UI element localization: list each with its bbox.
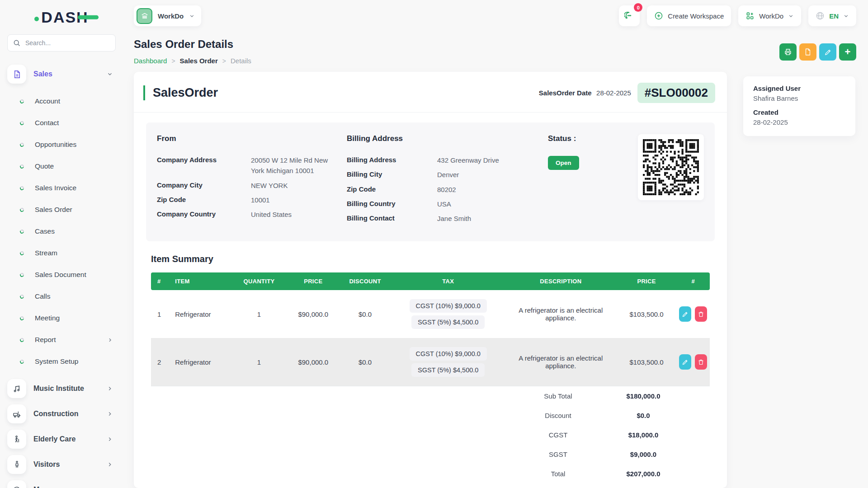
edit-item-button[interactable] xyxy=(679,354,691,370)
chat-bubble-icon xyxy=(624,11,634,21)
total-value: $18,000.0 xyxy=(613,431,673,439)
sidebar-item-music-institute[interactable]: Music Institute xyxy=(7,377,116,400)
edit-order-button[interactable] xyxy=(819,43,836,61)
cell-actions xyxy=(676,290,710,338)
created-label: Created xyxy=(753,108,845,116)
billing-heading: Billing Address xyxy=(347,134,548,143)
column-header: PRICE xyxy=(288,272,339,290)
sidebar-item-system-setup[interactable]: System Setup xyxy=(7,351,116,372)
messages-count-badge: 0 xyxy=(634,3,642,12)
qr-code xyxy=(643,139,699,195)
chevron-right-icon xyxy=(107,337,113,343)
sidebar-item-sales-order[interactable]: Sales Order xyxy=(7,199,116,221)
info-row: Zip Code10001 xyxy=(157,195,347,205)
workspace-chip-label: WorkDo xyxy=(158,12,184,20)
create-workspace-label: Create Workspace xyxy=(668,12,724,20)
delete-item-button[interactable] xyxy=(695,354,707,370)
search-input[interactable] xyxy=(24,39,110,47)
sidebar-item-opportunities[interactable]: Opportunities xyxy=(7,134,116,155)
globe-icon xyxy=(816,11,825,20)
cell-index: 1 xyxy=(151,290,171,338)
info-row: Billing CountryUSA xyxy=(347,199,548,209)
item-summary-heading: Item Summary xyxy=(151,254,710,264)
sidebar-item-label: Contact xyxy=(35,119,116,127)
pencil-icon xyxy=(824,48,832,56)
status-badge: Open xyxy=(548,156,579,170)
delete-item-button[interactable] xyxy=(695,306,707,322)
sidebar-item-label: Visitors xyxy=(33,460,107,469)
sidebar-item-meeting[interactable]: Meeting xyxy=(7,307,116,329)
document-button[interactable] xyxy=(799,43,816,61)
bullet-icon xyxy=(19,359,25,364)
from-heading: From xyxy=(157,134,347,143)
info-label: Company City xyxy=(157,180,251,191)
assigned-user-name: Shafira Barnes xyxy=(753,94,845,102)
cell-total-price: $103,500.0 xyxy=(617,290,677,338)
sidebar-item-report[interactable]: Report xyxy=(7,329,116,351)
app-logo[interactable]: DASH xyxy=(7,6,116,28)
breadcrumb-dashboard-link[interactable]: Dashboard xyxy=(134,57,167,65)
info-row: Zip Code80202 xyxy=(347,184,548,195)
cell-index: 2 xyxy=(151,338,171,386)
chevron-down-icon xyxy=(189,13,195,19)
sidebar-item-sales[interactable]: Sales xyxy=(7,62,116,86)
page-header: Sales Order Details Dashboard > Sales Or… xyxy=(134,38,856,65)
column-header: TAX xyxy=(391,272,505,290)
sidebar-item-stream[interactable]: Stream xyxy=(7,242,116,264)
sidebar-item-sales-document[interactable]: Sales Document xyxy=(7,264,116,286)
chevron-right-icon xyxy=(107,461,113,468)
breadcrumb-separator: > xyxy=(222,57,226,65)
sidebar-item-label: Sales Order xyxy=(35,206,116,214)
print-button[interactable] xyxy=(779,43,797,61)
order-title: SalesOrder xyxy=(143,85,218,101)
cell-actions xyxy=(676,338,710,386)
sidebar-item-quote[interactable]: Quote xyxy=(7,155,116,177)
total-label: Sub Total xyxy=(503,392,613,400)
sidebar-item-sales-invoice[interactable]: Sales Invoice xyxy=(7,177,116,199)
trash-icon xyxy=(698,311,704,318)
tax-badge: SGST (5%) $4,500.0 xyxy=(411,315,485,329)
messages-button[interactable]: 0 xyxy=(619,5,640,26)
sidebar-item-calls[interactable]: Calls xyxy=(7,286,116,307)
sidebar-item-elderly-care[interactable]: Elderly Care xyxy=(7,427,116,451)
add-button[interactable]: + xyxy=(839,43,856,61)
cell-total-price: $103,500.0 xyxy=(617,338,677,386)
breadcrumb-separator: > xyxy=(171,57,175,65)
workspace-menu-button[interactable]: WorkDo xyxy=(738,5,801,26)
info-value: Jane Smith xyxy=(437,213,485,224)
breadcrumb-sales-order-link[interactable]: Sales Order xyxy=(180,57,218,65)
from-section: From Company Address20050 W 12 Mile Rd N… xyxy=(157,134,347,228)
info-label: Company Country xyxy=(157,209,251,220)
visitor-person-icon xyxy=(7,455,26,474)
tax-badge: CGST (10%) $9,000.0 xyxy=(410,347,487,361)
content-row: SalesOrder SalesOrder Date 28-02-2025 #S… xyxy=(134,72,856,488)
total-value: $9,000.0 xyxy=(613,450,673,458)
info-value: 20050 W 12 Mile Rd New York Michigan 100… xyxy=(251,155,347,176)
sidebar-search[interactable] xyxy=(7,34,116,52)
sidebar-item-contact[interactable]: Contact xyxy=(7,112,116,134)
main-content: WorkDo 0 Create Workspace xyxy=(123,0,868,488)
qr-code-card xyxy=(638,134,704,200)
sidebar-item-label: System Setup xyxy=(35,357,116,366)
info-label: Billing Address xyxy=(347,155,437,165)
bullet-icon xyxy=(19,337,25,343)
sidebar-item-visitors[interactable]: Visitors xyxy=(7,453,116,476)
language-label: EN xyxy=(829,12,839,20)
sidebar-item-label: Cases xyxy=(35,227,116,235)
order-date-label: SalesOrder Date xyxy=(539,89,592,97)
language-menu-button[interactable]: EN xyxy=(808,5,856,26)
create-workspace-button[interactable]: Create Workspace xyxy=(647,5,731,26)
edit-item-button[interactable] xyxy=(679,306,691,322)
sidebar-item-cases[interactable]: Cases xyxy=(7,221,116,242)
cell-description: A refrigerator is an electrical applianc… xyxy=(505,338,617,386)
workspace-chip[interactable]: WorkDo xyxy=(134,5,201,26)
created-date: 28-02-2025 xyxy=(753,118,845,126)
music-note-icon xyxy=(7,379,26,398)
total-label: SGST xyxy=(503,450,613,458)
bullet-icon xyxy=(19,250,25,256)
sidebar-item-construction[interactable]: Construction xyxy=(7,402,116,426)
sidebar-item-account[interactable]: Account xyxy=(7,90,116,112)
bullet-icon xyxy=(19,272,25,277)
sidebar-item-messenger[interactable]: Messenger xyxy=(7,478,116,488)
topbar: WorkDo 0 Create Workspace xyxy=(134,5,856,26)
